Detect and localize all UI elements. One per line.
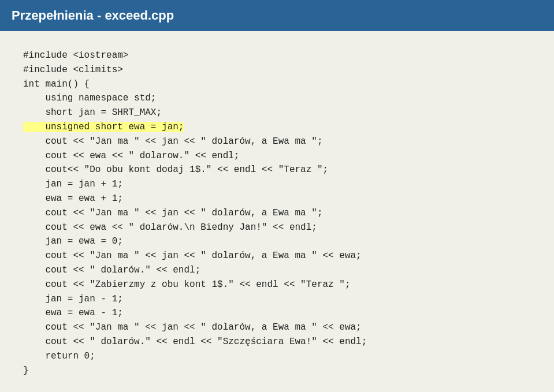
code-line: cout << " dolarów." << endl << "Szczęści… [23,337,367,347]
code-line: jan = jan - 1; [23,294,123,304]
code-line: jan = jan + 1; [23,179,123,189]
code-line: cout << ewa << " dolarów.\n Biedny Jan!"… [23,222,317,233]
code-line: using namespace std; [23,93,156,103]
code-line: #include <climits> [23,65,123,75]
code-line: } [23,365,29,376]
code-line: cout << ewa << " dolarow." << endl; [23,151,239,161]
code-line: ewa = ewa - 1; [23,308,123,318]
code-area: #include <iostream> #include <climits> i… [0,31,554,392]
code-line: ewa = ewa + 1; [23,193,123,204]
title-bar: Przepełnienia - exceed.cpp [0,0,554,31]
code-line: int main() { [23,79,90,89]
code-block: #include <iostream> #include <climits> i… [23,48,531,378]
code-line: return 0; [23,351,95,361]
code-line: jan = ewa = 0; [23,236,123,247]
page-title: Przepełnienia - exceed.cpp [12,8,174,23]
code-line: short jan = SHRT_MAX; [23,107,162,118]
code-line: #include <iostream> [23,50,128,61]
code-line: unsigned short ewa = jan; [23,122,184,132]
code-line: cout << "Zabierzmy z obu kont 1$." << en… [23,279,351,290]
code-line: cout << "Jan ma " << jan << " dolarów, a… [23,136,322,147]
code-line: cout<< "Do obu kont dodaj 1$." << endl <… [23,165,328,175]
code-line: cout << "Jan ma " << jan << " dolarów, a… [23,322,362,333]
code-line: cout << "Jan ma " << jan << " dolarów, a… [23,251,362,261]
code-line: cout << "Jan ma " << jan << " dolarów, a… [23,208,322,218]
code-line: cout << " dolarów." << endl; [23,265,200,275]
